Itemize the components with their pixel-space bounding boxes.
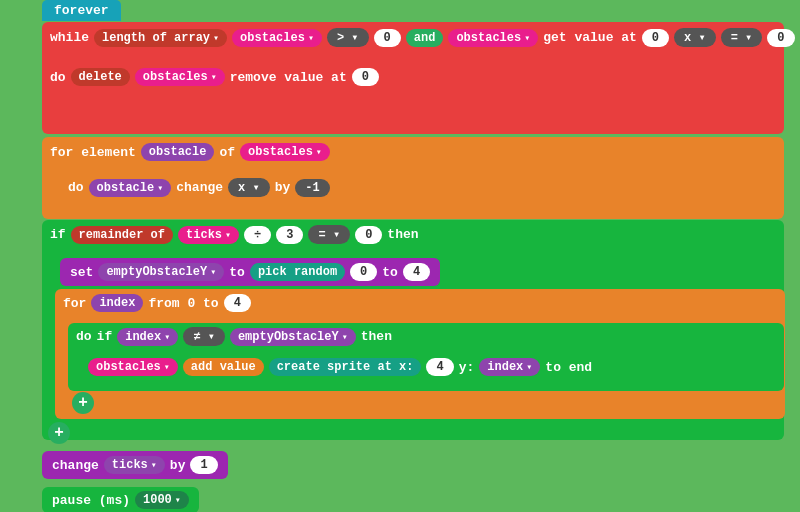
do-label-1: do [50, 70, 66, 85]
do-label-3: do [76, 329, 92, 344]
pick-random-chip[interactable]: pick random [250, 263, 345, 281]
from-label: from 0 to [148, 296, 218, 311]
and-chip[interactable]: and [406, 29, 444, 47]
obstacle-change-chip[interactable]: obstacle [89, 179, 172, 197]
neq-operator[interactable]: ≠ ▾ [183, 327, 225, 346]
add-value-chip[interactable]: add value [183, 358, 264, 376]
for-element-row: for element obstacle of obstacles [50, 143, 330, 161]
do-obstacle-row: do obstacle change x ▾ by -1 [68, 178, 330, 197]
val-4-sprite[interactable]: 4 [426, 358, 453, 376]
val-3[interactable]: 3 [276, 226, 303, 244]
then-label-2: then [361, 329, 392, 344]
forever-label: forever [42, 0, 121, 21]
delete-label: delete [71, 68, 130, 86]
do-label-2: do [68, 180, 84, 195]
eq-if[interactable]: = ▾ [308, 225, 350, 244]
pause-label: pause (ms) [52, 493, 130, 508]
index-chip-for[interactable]: index [91, 294, 143, 312]
of-label: of [219, 145, 235, 160]
by-label-1: by [275, 180, 291, 195]
index-sprite-chip[interactable]: index [479, 358, 540, 376]
obstacles-chip-1[interactable]: obstacles [232, 29, 322, 47]
eq-operator[interactable]: = ▾ [721, 28, 763, 47]
length-of-array-chip[interactable]: length of array [94, 29, 227, 47]
remainder-chip[interactable]: remainder of [71, 226, 173, 244]
plus-btn-outer[interactable]: + [48, 422, 70, 444]
change-ticks-row: change ticks by 1 [42, 451, 228, 479]
pause-row: pause (ms) 1000 [42, 487, 199, 512]
x-dropdown[interactable]: x ▾ [674, 28, 716, 47]
for-index-row: for index from 0 to 4 [63, 294, 251, 312]
to-label-1: to [229, 265, 245, 280]
obstacle-chip[interactable]: obstacle [141, 143, 215, 161]
do-delete-row: do delete obstacles remove value at 0 [50, 68, 379, 86]
while-row: while length of array obstacles > ▾ 0 an… [50, 28, 795, 47]
then-label: then [387, 227, 418, 242]
index-chip-if[interactable]: index [117, 328, 178, 346]
change-label-2: change [52, 458, 99, 473]
if-label: if [50, 227, 66, 242]
pause-val-chip[interactable]: 1000 [135, 491, 189, 509]
to-label-2: to [382, 265, 398, 280]
obstacles-delete-chip[interactable]: obstacles [135, 68, 225, 86]
remove-val-0[interactable]: 0 [352, 68, 379, 86]
emptyObstacleY-chip[interactable]: emptyObstacleY [98, 263, 224, 281]
val-4-set[interactable]: 4 [403, 263, 430, 281]
plus-btn-inner[interactable]: + [72, 392, 94, 414]
div-symbol: ÷ [244, 226, 271, 244]
set-label: set [70, 265, 93, 280]
x-change-dropdown[interactable]: x ▾ [228, 178, 270, 197]
ticks-chip-1[interactable]: ticks [178, 226, 239, 244]
while-label: while [50, 30, 89, 45]
do-if-index-row: do if index ≠ ▾ emptyObstacleY then [76, 327, 392, 346]
val-neg1[interactable]: -1 [295, 179, 329, 197]
if-label-2: if [97, 329, 113, 344]
for-element-label: for element [50, 145, 136, 160]
obstacles-chip-2[interactable]: obstacles [448, 29, 538, 47]
val-1-change[interactable]: 1 [190, 456, 217, 474]
val-4-for[interactable]: 4 [224, 294, 251, 312]
get-value-label: get value at [543, 30, 637, 45]
val-0-set[interactable]: 0 [350, 263, 377, 281]
y-label: y: [459, 360, 475, 375]
to-end-label: to end [545, 360, 592, 375]
if-row: if remainder of ticks ÷ 3 = ▾ 0 then [50, 225, 419, 244]
val-0-b[interactable]: 0 [642, 29, 669, 47]
set-row: set emptyObstacleY to pick random 0 to 4 [60, 258, 440, 286]
ticks-change-chip[interactable]: ticks [104, 456, 165, 474]
val-0-if[interactable]: 0 [355, 226, 382, 244]
val-0-c[interactable]: 0 [767, 29, 794, 47]
gt-operator[interactable]: > ▾ [327, 28, 369, 47]
change-label: change [176, 180, 223, 195]
by-label-2: by [170, 458, 186, 473]
emptyObstacleY-if-chip[interactable]: emptyObstacleY [230, 328, 356, 346]
remove-value-label: remove value at [230, 70, 347, 85]
create-sprite-chip[interactable]: create sprite at x: [269, 358, 422, 376]
obstacles-for-chip[interactable]: obstacles [240, 143, 330, 161]
obstacles-add-chip[interactable]: obstacles [88, 358, 178, 376]
for-label-2: for [63, 296, 86, 311]
obstacles-add-row: obstacles add value create sprite at x: … [88, 358, 592, 376]
val-0-a[interactable]: 0 [374, 29, 401, 47]
